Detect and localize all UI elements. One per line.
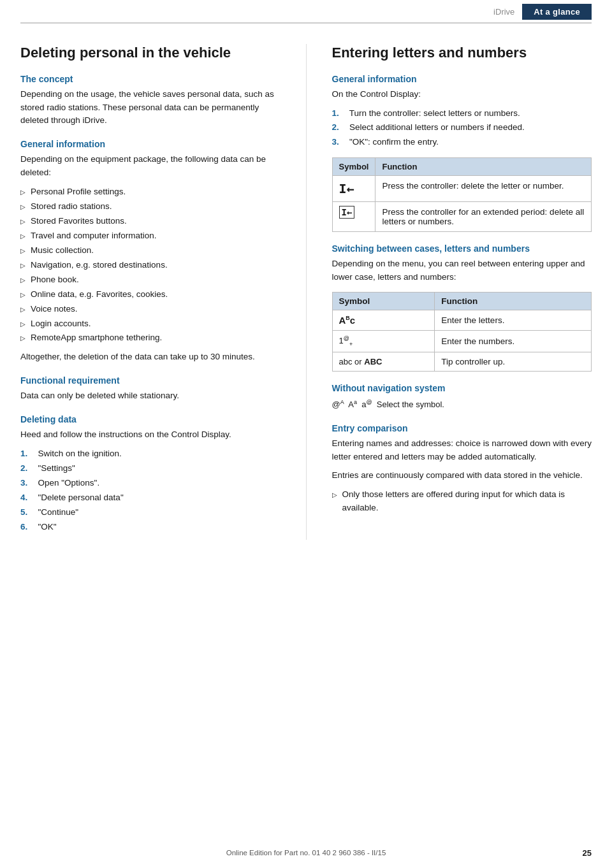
- step-item: 3. Open "Options".: [20, 476, 280, 491]
- general-info-intro: Depending on the equipment package, the …: [20, 153, 280, 180]
- symbol-cell: I←: [332, 176, 375, 202]
- subsection-switching: Switching between cases, letters and num…: [332, 243, 592, 254]
- subsection-entry-comparison: Entry comparison: [332, 423, 592, 433]
- list-item: RemoteApp smartphone tethering.: [20, 331, 280, 345]
- list-item: Navigation, e.g. stored destinations.: [20, 258, 280, 273]
- switch-table: Symbol Function ABc Enter the letters. 1…: [332, 292, 592, 372]
- list-item: Only those letters are offered during in…: [332, 488, 592, 516]
- list-item: Travel and computer information.: [20, 229, 280, 243]
- entry-comparison-text1: Entering names and addresses: choice is …: [332, 437, 592, 464]
- list-item: Stored radio stations.: [20, 199, 280, 214]
- deleting-steps: 1. Switch on the ignition. 2. "Settings"…: [20, 447, 280, 535]
- list-item: Online data, e.g. Favorites, cookies.: [20, 287, 280, 302]
- function-cell: Press the controller: delete the letter …: [375, 176, 592, 202]
- footer-page: 25: [583, 848, 592, 858]
- step-item: 3. "OK": confirm the entry.: [332, 135, 592, 150]
- left-column: Deleting personal in the vehicle The con…: [20, 44, 280, 540]
- without-nav-content: @A Aa a@ Select the symbol.: [332, 398, 592, 412]
- list-item: Login accounts.: [20, 317, 280, 331]
- table-header-function: Function: [375, 158, 592, 176]
- right-general-intro: On the Control Display:: [332, 88, 592, 101]
- step-item: 6. "OK": [20, 520, 280, 535]
- right-steps: 1. Turn the controller: select letters o…: [332, 106, 592, 150]
- step-item: 4. "Delete personal data": [20, 491, 280, 505]
- left-main-title: Deleting personal in the vehicle: [20, 44, 280, 62]
- list-item: Voice notes.: [20, 302, 280, 317]
- footer-text: Online Edition for Part no. 01 40 2 960 …: [20, 849, 592, 857]
- symbol-cell: ABc: [332, 310, 435, 331]
- without-nav-text: @A Aa a@ Select the symbol.: [332, 398, 592, 412]
- functional-text: Data can only be deleted while stationar…: [20, 389, 280, 403]
- concept-text: Depending on the usage, the vehicle save…: [20, 88, 280, 128]
- column-divider: [306, 44, 307, 540]
- symbol-cell: 1@+: [332, 331, 435, 352]
- switching-intro: Depending on the menu, you can reel betw…: [332, 257, 592, 284]
- step-item: 2. Select additional letters or numbers …: [332, 120, 592, 135]
- function-cell: Enter the letters.: [435, 310, 592, 331]
- subsection-deleting-data: Deleting data: [20, 414, 280, 424]
- page-header: iDrive At a glance: [20, 0, 592, 24]
- subsection-the-concept: The concept: [20, 74, 280, 84]
- general-info-after: Altogether, the deletion of the data can…: [20, 351, 280, 364]
- subsection-functional: Functional requirement: [20, 375, 280, 386]
- table-row: 1@+ Enter the numbers.: [332, 331, 592, 352]
- subsection-without-nav: Without navigation system: [332, 383, 592, 393]
- step-item: 1. Switch on the ignition.: [20, 447, 280, 461]
- header-brand: iDrive: [20, 7, 522, 17]
- right-column: Entering letters and numbers General inf…: [332, 44, 592, 540]
- symbol-cell: I←: [332, 202, 375, 232]
- function-cell: Enter the numbers.: [435, 331, 592, 352]
- list-item: Music collection.: [20, 243, 280, 258]
- step-item: 2. "Settings": [20, 461, 280, 476]
- list-item: Stored Favorites buttons.: [20, 214, 280, 229]
- header-tab: At a glance: [522, 4, 592, 20]
- table-header-symbol: Symbol: [332, 158, 375, 176]
- subsection-general-info-right: General information: [332, 74, 592, 84]
- table-row: I← Press the controller for an extended …: [332, 202, 592, 232]
- table-row: I← Press the controller: delete the lett…: [332, 176, 592, 202]
- list-item: Personal Profile settings.: [20, 185, 280, 199]
- symbol-table-1: Symbol Function I← Press the controller:…: [332, 157, 592, 232]
- list-item: Phone book.: [20, 273, 280, 287]
- table-row: ABc Enter the letters.: [332, 310, 592, 331]
- right-main-title: Entering letters and numbers: [332, 44, 592, 62]
- function-cell: Press the controller for an extended per…: [375, 202, 592, 232]
- general-info-list: Personal Profile settings. Stored radio …: [20, 185, 280, 345]
- switch-header-function: Function: [435, 293, 592, 310]
- entry-comparison-text2: Entries are continuously compared with d…: [332, 469, 592, 482]
- step-item: 5. "Continue": [20, 505, 280, 520]
- page-footer: Online Edition for Part no. 01 40 2 960 …: [0, 849, 612, 857]
- function-cell: Tip controller up.: [435, 352, 592, 372]
- table-row: abc or ABC Tip controller up.: [332, 352, 592, 372]
- step-item: 1. Turn the controller: select letters o…: [332, 106, 592, 121]
- symbol-cell: abc or ABC: [332, 352, 435, 372]
- subsection-general-info: General information: [20, 139, 280, 149]
- page-content: Deleting personal in the vehicle The con…: [0, 24, 612, 565]
- switch-header-symbol: Symbol: [332, 293, 435, 310]
- deleting-intro: Heed and follow the instructions on the …: [20, 428, 280, 442]
- entry-comparison-list: Only those letters are offered during in…: [332, 488, 592, 516]
